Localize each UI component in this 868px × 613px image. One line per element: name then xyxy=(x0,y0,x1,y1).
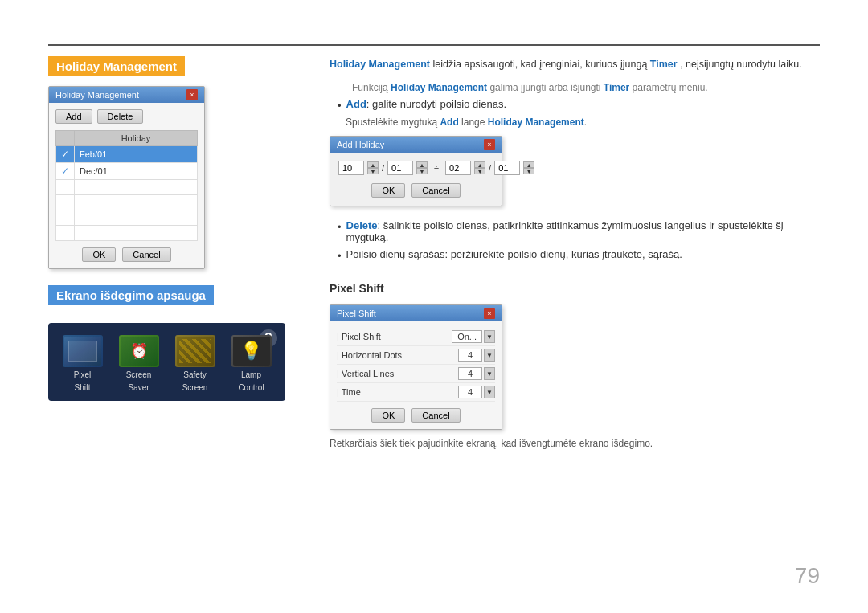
spinner-up-4[interactable]: ▲ xyxy=(523,161,534,168)
add-label: Add xyxy=(346,98,366,110)
screen-saver-label-line1: Screen xyxy=(126,370,152,380)
screensaver-icon-safety-screen[interactable]: Safety Screen xyxy=(171,335,219,393)
pixel-shift-label-line1: Pixel xyxy=(74,370,92,380)
page-number: 79 xyxy=(795,563,820,589)
screensaver-icon-pixel-shift[interactable]: Pixel Shift xyxy=(59,335,107,393)
table-row[interactable]: ✓ Feb/01 xyxy=(56,146,198,163)
holiday-management-ref2: Holiday Management xyxy=(391,82,487,93)
add-indent-text: Spustelėkite mygtuką Add lange Holiday M… xyxy=(330,116,820,128)
holiday-dialog-title-text: Holiday Management xyxy=(55,90,139,100)
pixel-shift-cancel-button[interactable]: Cancel xyxy=(411,408,460,423)
pixel-shift-footer: OK Cancel xyxy=(337,408,495,423)
pixel-shift-label-line2: Shift xyxy=(74,383,90,393)
delete-label: Delete xyxy=(346,219,378,231)
add-holiday-body: ▲ ▼ / ▲ ▼ ÷ ▲ ▼ xyxy=(330,153,502,206)
ps-label-pixel-shift: | Pixel Shift xyxy=(337,332,381,341)
screensaver-icon-lamp-control[interactable]: 💡 Lamp Control xyxy=(227,335,276,393)
pixel-shift-ok-button[interactable]: OK xyxy=(371,408,405,423)
ps-row-time: | Time 4 ▼ xyxy=(337,383,495,402)
holiday-dialog-close-btn[interactable]: × xyxy=(186,89,198,100)
bullet-list-text: Poilsio dienų sąrašas: peržiūrėkite poil… xyxy=(346,248,682,262)
spinner-down-1[interactable]: ▼ xyxy=(367,168,379,174)
ps-arrow-time[interactable]: ▼ xyxy=(484,386,495,398)
bullet-add: • Add: galite nurodyti poilsio dienas. xyxy=(330,98,820,112)
holiday-dialog-body: Add Delete Holiday ✓ xyxy=(49,103,204,268)
add-holiday-title-text: Add Holiday xyxy=(337,140,384,149)
ps-value-vertical-lines: 4 xyxy=(458,367,482,380)
spinner-up-2[interactable]: ▲ xyxy=(416,161,428,168)
pixel-shift-dialog: Pixel Shift × | Pixel Shift On... ▼ | xyxy=(330,304,502,430)
pixel-shift-title: Pixel Shift xyxy=(330,282,820,295)
date-field-4[interactable] xyxy=(494,161,520,175)
bullet-delete: • Delete: šalinkite poilsio dienas, pati… xyxy=(330,219,820,243)
ps-row-pixel-shift: | Pixel Shift On... ▼ xyxy=(337,328,495,346)
date-spinner-3: ▲ ▼ xyxy=(474,161,485,174)
date-field-3[interactable] xyxy=(445,161,471,175)
table-row[interactable]: ✓ Dec/01 xyxy=(56,163,198,180)
screen-saver-icon-image xyxy=(119,335,159,367)
holiday-ok-button[interactable]: OK xyxy=(82,247,116,262)
pixel-shift-icon-image xyxy=(63,335,103,367)
table-row[interactable] xyxy=(56,180,198,195)
screensaver-panel: ? Pixel Shift Sc xyxy=(48,323,285,401)
holiday-add-button[interactable]: Add xyxy=(55,109,92,124)
table-row[interactable] xyxy=(56,210,198,226)
ps-value-time: 4 xyxy=(458,386,482,398)
spinner-down-4[interactable]: ▼ xyxy=(523,168,534,174)
add-holiday-dialog: Add Holiday × ▲ ▼ / ▲ ▼ xyxy=(330,136,502,206)
date-spinner-1: ▲ ▼ xyxy=(367,161,379,174)
main-text-suffix: , neįsijungtų nurodytu laiku. xyxy=(680,59,801,70)
holiday-management-dialog: Holiday Management × Add Delete Holiday xyxy=(48,86,205,269)
ps-arrow-pixel-shift[interactable]: ▼ xyxy=(484,330,495,343)
ps-row-vertical-lines: | Vertical Lines 4 ▼ xyxy=(337,365,495,383)
timer-ref-main: Timer xyxy=(650,59,678,70)
spinner-up-1[interactable]: ▲ xyxy=(367,161,379,168)
main-text-middle: leidžia apsisaugoti, kad įrenginiai, kur… xyxy=(433,59,650,70)
em-dash-row: — Funkciją Holiday Management galima įju… xyxy=(330,82,820,93)
ps-control-pixel-shift: On... ▼ xyxy=(452,330,495,343)
table-row[interactable] xyxy=(56,226,198,241)
pixel-shift-section: Pixel Shift Pixel Shift × | Pixel Shift … xyxy=(330,282,820,449)
screen-saver-label-line2: Saver xyxy=(128,383,149,393)
safety-screen-thumbnail xyxy=(177,337,214,366)
holiday-management-ref3: Holiday Management xyxy=(488,116,584,128)
holiday-delete-button[interactable]: Delete xyxy=(97,109,144,124)
screensaver-icon-screen-saver[interactable]: Screen Saver xyxy=(115,335,163,393)
ps-label-horizontal-dots: | Horizontal Dots xyxy=(337,350,402,360)
date-spinner-4: ▲ ▼ xyxy=(523,161,534,174)
holiday-dialog-footer: OK Cancel xyxy=(55,247,198,262)
screensaver-icons-row: Pixel Shift Screen Saver xyxy=(56,335,277,393)
holiday-table: Holiday ✓ Feb/01 ✓ Dec/01 xyxy=(55,130,198,241)
main-text-paragraph: Holiday Management leidžia apsisaugoti, … xyxy=(330,56,820,72)
spinner-down-3[interactable]: ▼ xyxy=(474,168,485,174)
table-row[interactable] xyxy=(56,195,198,210)
lamp-control-label-line1: Lamp xyxy=(241,370,261,380)
ps-value-pixel-shift: On... xyxy=(452,330,482,343)
ps-control-vertical-lines: 4 ▼ xyxy=(458,367,495,380)
spinner-down-2[interactable]: ▼ xyxy=(416,168,428,174)
date-field-1[interactable] xyxy=(338,161,364,175)
ps-label-vertical-lines: | Vertical Lines xyxy=(337,369,394,378)
pixel-shift-titlebar: Pixel Shift × xyxy=(330,305,502,321)
date-field-2[interactable] xyxy=(387,161,413,175)
add-holiday-ok-button[interactable]: OK xyxy=(371,183,405,198)
pixel-shift-thumbnail xyxy=(64,337,101,366)
add-holiday-titlebar: Add Holiday × xyxy=(330,137,502,153)
pixel-shift-close-btn[interactable]: × xyxy=(484,308,495,319)
holiday-cancel-button[interactable]: Cancel xyxy=(122,247,170,262)
add-holiday-close-btn[interactable]: × xyxy=(484,139,495,150)
spinner-up-3[interactable]: ▲ xyxy=(474,161,485,168)
safety-screen-label-line2: Screen xyxy=(182,383,208,393)
holiday-management-title: Holiday Management xyxy=(48,56,185,76)
ps-arrow-horizontal-dots[interactable]: ▼ xyxy=(484,349,495,362)
ps-control-horizontal-dots: 4 ▼ xyxy=(458,349,495,362)
ps-arrow-vertical-lines[interactable]: ▼ xyxy=(484,367,495,380)
holiday-table-header: Holiday xyxy=(75,131,198,146)
safety-screen-icon-image xyxy=(175,335,215,367)
ps-control-time: 4 ▼ xyxy=(458,386,495,398)
bullet-add-text: Add: galite nurodyti poilsio dienas. xyxy=(346,98,506,112)
add-ref-inline: Add xyxy=(440,116,458,128)
add-holiday-cancel-button[interactable]: Cancel xyxy=(411,183,460,198)
top-rule xyxy=(48,44,820,46)
ps-row-horizontal-dots: | Horizontal Dots 4 ▼ xyxy=(337,346,495,365)
